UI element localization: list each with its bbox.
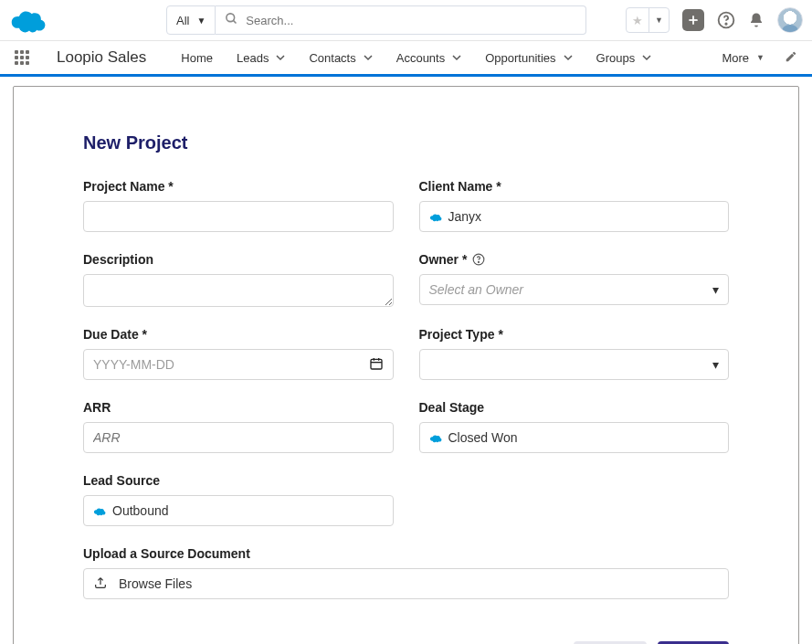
nav-item-groups[interactable]: Groups xyxy=(596,51,652,65)
owner-select[interactable]: Select an Owner ▾ xyxy=(419,274,730,305)
salesforce-icon xyxy=(429,433,443,443)
avatar[interactable] xyxy=(777,7,803,33)
upload-icon xyxy=(93,575,108,593)
help-icon[interactable] xyxy=(717,11,735,29)
chevron-down-icon xyxy=(642,51,651,65)
svg-line-1 xyxy=(234,20,237,23)
chevron-down-icon xyxy=(276,51,285,65)
description-input[interactable] xyxy=(83,274,394,307)
search-icon xyxy=(225,12,238,28)
salesforce-icon xyxy=(429,212,443,222)
svg-point-7 xyxy=(479,261,480,262)
notifications-icon[interactable] xyxy=(748,12,765,28)
nav-item-opportunities[interactable]: Opportunities xyxy=(485,51,572,65)
caret-down-icon: ▾ xyxy=(712,357,719,372)
project-type-select[interactable]: ▾ xyxy=(419,349,730,380)
app-name: Loopio Sales xyxy=(57,48,146,67)
due-date-label: Due Date * xyxy=(83,327,394,342)
nav-more-dropdown[interactable]: More ▼ xyxy=(722,51,765,65)
calendar-icon xyxy=(369,356,384,374)
chevron-down-icon xyxy=(564,51,573,65)
nav-item-home[interactable]: Home xyxy=(181,51,213,65)
due-date-input[interactable]: YYYY-MM-DD xyxy=(83,349,394,380)
nav-item-contacts[interactable]: Contacts xyxy=(309,51,372,65)
lead-source-label: Lead Source xyxy=(83,473,394,488)
chevron-down-icon xyxy=(452,51,461,65)
app-launcher-icon[interactable] xyxy=(15,50,29,65)
lead-source-value: Outbound xyxy=(112,503,169,518)
project-type-label: Project Type * xyxy=(419,327,730,342)
search-scope-dropdown[interactable]: All ▼ xyxy=(166,5,216,35)
svg-rect-8 xyxy=(371,359,382,369)
page-title: New Project xyxy=(83,132,729,153)
caret-down-icon: ▾ xyxy=(712,282,719,297)
svg-point-0 xyxy=(227,14,235,22)
salesforce-icon xyxy=(93,506,107,516)
arr-field[interactable] xyxy=(93,430,384,445)
favorites-dropdown[interactable]: ★ ▼ xyxy=(626,7,670,33)
nav-item-leads[interactable]: Leads xyxy=(237,51,285,65)
due-date-placeholder: YYYY-MM-DD xyxy=(93,357,174,372)
deal-stage-value: Closed Won xyxy=(448,430,518,445)
caret-down-icon: ▼ xyxy=(196,16,206,26)
lead-source-input[interactable]: Outbound xyxy=(83,495,394,526)
client-name-label: Client Name * xyxy=(419,179,730,194)
owner-placeholder: Select an Owner xyxy=(429,282,524,297)
arr-input[interactable] xyxy=(83,422,394,453)
description-label: Description xyxy=(83,252,394,267)
caret-down-icon: ▼ xyxy=(649,16,669,25)
deal-stage-label: Deal Stage xyxy=(419,400,730,415)
project-name-field[interactable] xyxy=(93,209,384,224)
edit-nav-icon[interactable] xyxy=(785,50,797,66)
deal-stage-input[interactable]: Closed Won xyxy=(419,422,730,453)
nav-item-accounts[interactable]: Accounts xyxy=(396,51,461,65)
browse-files-button[interactable]: Browse Files xyxy=(83,568,729,599)
star-icon: ★ xyxy=(627,14,649,27)
client-name-value: Janyx xyxy=(448,209,482,224)
global-create-button[interactable] xyxy=(682,9,704,31)
project-name-input[interactable] xyxy=(83,201,394,232)
nav-items: Home Leads Contacts Accounts Opportuniti… xyxy=(181,51,651,65)
svg-point-5 xyxy=(725,24,726,25)
help-circle-icon[interactable] xyxy=(472,253,485,266)
chevron-down-icon xyxy=(364,51,373,65)
global-search[interactable] xyxy=(216,5,586,35)
project-name-label: Project Name * xyxy=(83,179,394,194)
new-project-card: New Project Project Name * Client Name *… xyxy=(13,86,799,644)
client-name-input[interactable]: Janyx xyxy=(419,201,730,232)
salesforce-logo xyxy=(9,6,49,34)
search-scope-label: All xyxy=(176,14,189,27)
arr-label: ARR xyxy=(83,400,394,415)
search-input[interactable] xyxy=(246,14,576,27)
upload-label: Upload a Source Document xyxy=(83,546,729,561)
owner-label: Owner * xyxy=(419,252,468,267)
caret-down-icon: ▼ xyxy=(756,53,765,62)
browse-files-label: Browse Files xyxy=(119,576,192,591)
